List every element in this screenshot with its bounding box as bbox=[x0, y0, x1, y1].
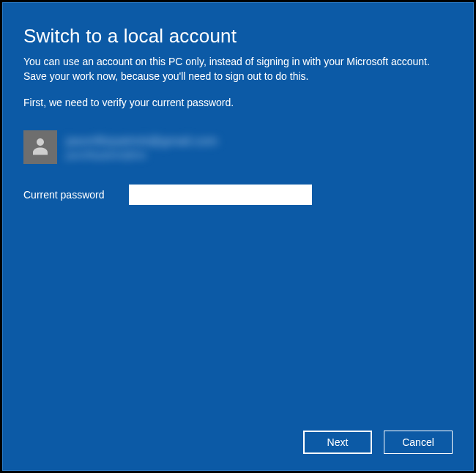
user-info: jasonfitzpatrick@gmail.com jasonfitzpatr… bbox=[66, 134, 217, 160]
person-icon bbox=[29, 135, 51, 160]
user-name-blurred: jasonfitzpatrick@live bbox=[66, 150, 217, 160]
dialog-button-row: Next Cancel bbox=[23, 431, 453, 454]
dialog-title: Switch to a local account bbox=[23, 25, 453, 48]
password-label: Current password bbox=[23, 189, 114, 201]
password-row: Current password bbox=[23, 185, 453, 205]
next-button[interactable]: Next bbox=[303, 431, 372, 454]
user-account-row: jasonfitzpatrick@gmail.com jasonfitzpatr… bbox=[23, 130, 453, 164]
dialog-description: You can use an account on this PC only, … bbox=[23, 55, 453, 83]
local-account-dialog: Switch to a local account You can use an… bbox=[2, 2, 474, 471]
spacer bbox=[23, 205, 453, 431]
dialog-instruction: First, we need to verify your current pa… bbox=[23, 97, 453, 108]
cancel-button[interactable]: Cancel bbox=[384, 431, 453, 454]
user-email-blurred: jasonfitzpatrick@gmail.com bbox=[66, 134, 217, 149]
avatar bbox=[23, 130, 57, 164]
current-password-input[interactable] bbox=[129, 185, 312, 205]
